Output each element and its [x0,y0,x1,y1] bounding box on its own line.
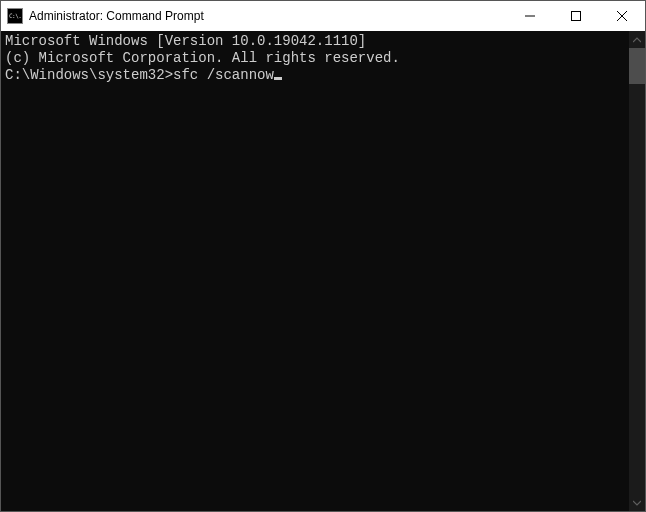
chevron-down-icon [633,499,641,507]
app-icon-glyph: C:\. [9,13,21,19]
vertical-scrollbar[interactable] [629,31,645,511]
scrollbar-thumb[interactable] [629,48,645,84]
minimize-button[interactable] [507,1,553,31]
console-prompt-line: C:\Windows\system32>sfc /scannow [5,67,625,84]
svg-rect-0 [572,12,581,21]
minimize-icon [525,11,535,21]
window-title: Administrator: Command Prompt [29,9,204,23]
window-controls [507,1,645,31]
close-button[interactable] [599,1,645,31]
text-cursor [274,77,282,80]
console-line-copyright: (c) Microsoft Corporation. All rights re… [5,50,625,67]
scrollbar-up-button[interactable] [629,31,645,48]
app-icon: C:\. [7,8,23,24]
titlebar[interactable]: C:\. Administrator: Command Prompt [1,1,645,31]
maximize-icon [571,11,581,21]
close-icon [617,11,627,21]
chevron-up-icon [633,36,641,44]
maximize-button[interactable] [553,1,599,31]
console-command-input[interactable]: sfc /scannow [173,67,274,83]
scrollbar-down-button[interactable] [629,494,645,511]
client-area: Microsoft Windows [Version 10.0.19042.11… [1,31,645,511]
console-output[interactable]: Microsoft Windows [Version 10.0.19042.11… [1,31,629,511]
command-prompt-window: C:\. Administrator: Command Prompt Micro… [0,0,646,512]
scrollbar-track[interactable] [629,48,645,494]
console-prompt: C:\Windows\system32> [5,67,173,83]
console-line-version: Microsoft Windows [Version 10.0.19042.11… [5,33,625,50]
